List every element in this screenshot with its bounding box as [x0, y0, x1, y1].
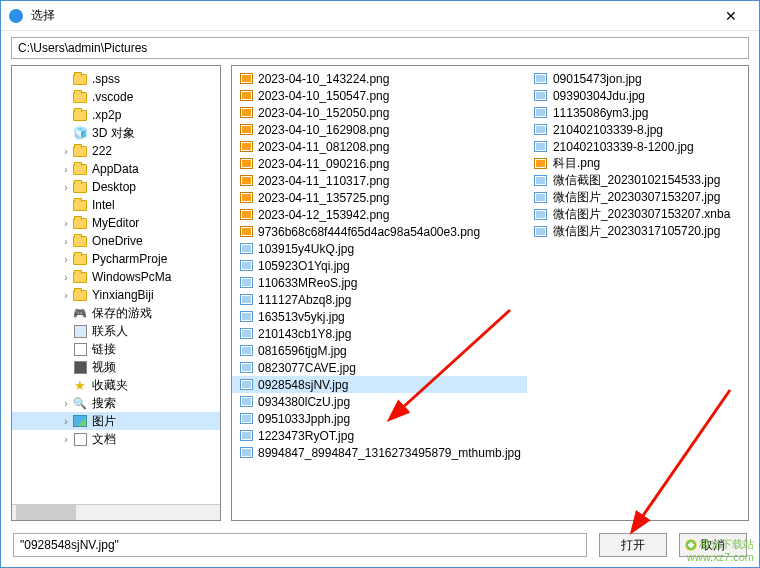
tree-item[interactable]: .spss: [12, 70, 220, 88]
file-item[interactable]: 210143cb1Y8.jpg: [232, 325, 527, 342]
tree-item-label: Desktop: [92, 180, 136, 194]
file-item[interactable]: 2023-04-10_162908.png: [232, 121, 527, 138]
file-item[interactable]: 0934380lCzU.jpg: [232, 393, 527, 410]
png-file-icon: [240, 192, 253, 203]
file-item[interactable]: 9736b68c68f444f65d4ac98a54a00e3.png: [232, 223, 527, 240]
expand-arrow-icon[interactable]: ›: [60, 398, 72, 409]
expand-arrow-icon[interactable]: ›: [60, 218, 72, 229]
file-item[interactable]: 科目.png: [527, 155, 748, 172]
path-input[interactable]: [11, 37, 749, 59]
file-item[interactable]: 2023-04-10_143224.png: [232, 70, 527, 87]
file-item[interactable]: 微信图片_20230317105720.jpg: [527, 223, 748, 240]
tree-item[interactable]: 链接: [12, 340, 220, 358]
tree-item[interactable]: ›文档: [12, 430, 220, 448]
tree-item[interactable]: ›PycharmProje: [12, 250, 220, 268]
png-file-icon: [240, 226, 253, 237]
file-item[interactable]: 2023-04-12_153942.png: [232, 206, 527, 223]
file-item[interactable]: 105923O1Yqi.jpg: [232, 257, 527, 274]
tree-item[interactable]: ★收藏夹: [12, 376, 220, 394]
file-item-label: 210402103339-8-1200.jpg: [553, 140, 694, 154]
file-item-label: 103915y4UkQ.jpg: [258, 242, 354, 256]
tree-item-label: OneDrive: [92, 234, 143, 248]
file-item[interactable]: 0928548sjNV.jpg: [232, 376, 527, 393]
expand-arrow-icon[interactable]: ›: [60, 416, 72, 427]
file-item[interactable]: 微信图片_20230307153207.jpg: [527, 189, 748, 206]
file-item[interactable]: 111127Abzq8.jpg: [232, 291, 527, 308]
expand-arrow-icon[interactable]: ›: [60, 254, 72, 265]
jpg-file-icon: [534, 124, 547, 135]
file-item[interactable]: 210402103339-8.jpg: [527, 121, 748, 138]
expand-arrow-icon[interactable]: ›: [60, 164, 72, 175]
folder-tree[interactable]: .spss.vscode.xp2p🧊3D 对象›222›AppData›Desk…: [12, 66, 220, 504]
file-item[interactable]: 163513v5ykj.jpg: [232, 308, 527, 325]
tree-item-label: 保存的游戏: [92, 305, 152, 322]
file-item[interactable]: 110633MReoS.jpg: [232, 274, 527, 291]
expand-arrow-icon[interactable]: ›: [60, 434, 72, 445]
file-item[interactable]: 09390304Jdu.jpg: [527, 87, 748, 104]
file-item-label: 9736b68c68f444f65d4ac98a54a00e3.png: [258, 225, 480, 239]
expand-arrow-icon[interactable]: ›: [60, 290, 72, 301]
tree-item[interactable]: .vscode: [12, 88, 220, 106]
tree-item[interactable]: ›222: [12, 142, 220, 160]
file-item[interactable]: 2023-04-11_081208.png: [232, 138, 527, 155]
file-item-label: 09015473jon.jpg: [553, 72, 642, 86]
folder-icon: [73, 290, 87, 301]
file-item[interactable]: 微信图片_20230307153207.xnba: [527, 206, 748, 223]
file-item-label: 110633MReoS.jpg: [258, 276, 357, 290]
tree-item-label: .vscode: [92, 90, 133, 104]
file-item[interactable]: 1223473RyOT.jpg: [232, 427, 527, 444]
expand-arrow-icon[interactable]: ›: [60, 272, 72, 283]
jpg-file-icon: [534, 107, 547, 118]
file-list[interactable]: 2023-04-10_143224.png2023-04-10_150547.p…: [232, 66, 748, 520]
file-item[interactable]: 0823077CAVE.jpg: [232, 359, 527, 376]
tree-item[interactable]: ›AppData: [12, 160, 220, 178]
tree-item[interactable]: 🎮保存的游戏: [12, 304, 220, 322]
open-button[interactable]: 打开: [599, 533, 667, 557]
3d-objects-icon: 🧊: [73, 126, 88, 140]
filename-input[interactable]: [13, 533, 587, 557]
tree-item-label: 链接: [92, 341, 116, 358]
tree-item[interactable]: Intel: [12, 196, 220, 214]
expand-arrow-icon[interactable]: ›: [60, 146, 72, 157]
tree-item[interactable]: ›OneDrive: [12, 232, 220, 250]
file-item[interactable]: 11135086ym3.jpg: [527, 104, 748, 121]
tree-item[interactable]: ›Desktop: [12, 178, 220, 196]
file-item[interactable]: 微信截图_20230102154533.jpg: [527, 172, 748, 189]
pictures-icon: [73, 415, 87, 427]
tree-item[interactable]: .xp2p: [12, 106, 220, 124]
file-item[interactable]: 2023-04-10_152050.png: [232, 104, 527, 121]
cancel-button[interactable]: 取消: [679, 533, 747, 557]
jpg-file-icon: [240, 311, 253, 322]
tree-item[interactable]: 联系人: [12, 322, 220, 340]
png-file-icon: [240, 141, 253, 152]
expand-arrow-icon[interactable]: ›: [60, 236, 72, 247]
file-item-label: 8994847_8994847_1316273495879_mthumb.jpg: [258, 446, 521, 460]
tree-item-label: 联系人: [92, 323, 128, 340]
tree-item[interactable]: ›图片: [12, 412, 220, 430]
file-item[interactable]: 0816596tjgM.jpg: [232, 342, 527, 359]
tree-item[interactable]: ›🔍搜索: [12, 394, 220, 412]
file-item[interactable]: 2023-04-11_135725.png: [232, 189, 527, 206]
jpg-file-icon: [240, 243, 253, 254]
file-item[interactable]: 2023-04-11_110317.png: [232, 172, 527, 189]
tree-item[interactable]: ›YinxiangBiji: [12, 286, 220, 304]
file-item[interactable]: 2023-04-10_150547.png: [232, 87, 527, 104]
file-item[interactable]: 8994847_8994847_1316273495879_mthumb.jpg: [232, 444, 527, 461]
expand-arrow-icon[interactable]: ›: [60, 182, 72, 193]
tree-h-scrollbar[interactable]: [12, 504, 220, 520]
file-item-label: 2023-04-11_081208.png: [258, 140, 389, 154]
tree-item[interactable]: ›WindowsPcMa: [12, 268, 220, 286]
file-item[interactable]: 103915y4UkQ.jpg: [232, 240, 527, 257]
file-item-label: 2023-04-11_090216.png: [258, 157, 389, 171]
file-item[interactable]: 0951033Jpph.jpg: [232, 410, 527, 427]
tree-item-label: .xp2p: [92, 108, 121, 122]
file-item[interactable]: 210402103339-8-1200.jpg: [527, 138, 748, 155]
file-item[interactable]: 09015473jon.jpg: [527, 70, 748, 87]
close-button[interactable]: ✕: [711, 5, 751, 27]
tree-item-label: 收藏夹: [92, 377, 128, 394]
tree-item[interactable]: ›MyEditor: [12, 214, 220, 232]
tree-item[interactable]: 视频: [12, 358, 220, 376]
tree-item[interactable]: 🧊3D 对象: [12, 124, 220, 142]
png-file-icon: [240, 73, 253, 84]
file-item[interactable]: 2023-04-11_090216.png: [232, 155, 527, 172]
